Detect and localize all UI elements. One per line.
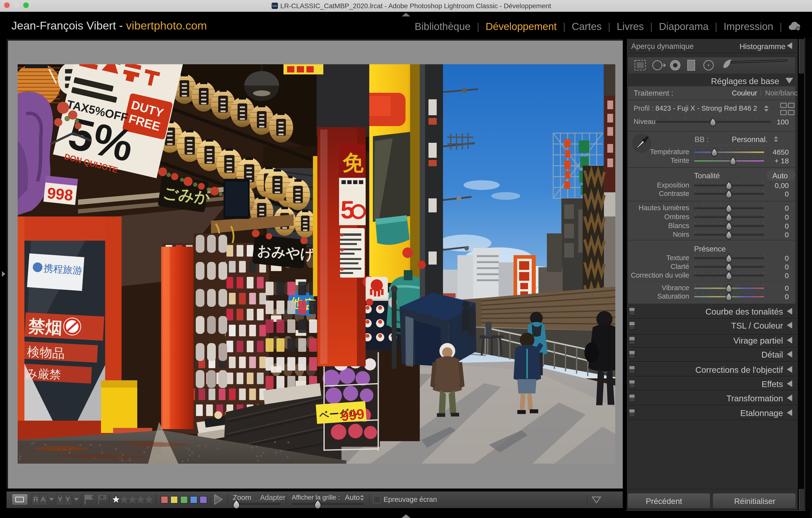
svg-text:999: 999 — [340, 406, 365, 424]
svg-text:免: 免 — [343, 151, 364, 175]
svg-text:998: 998 — [47, 184, 74, 204]
svg-text:!: ! — [797, 27, 799, 31]
svg-text:禁烟: 禁烟 — [28, 317, 63, 337]
svg-text:検物品: 検物品 — [27, 344, 65, 361]
